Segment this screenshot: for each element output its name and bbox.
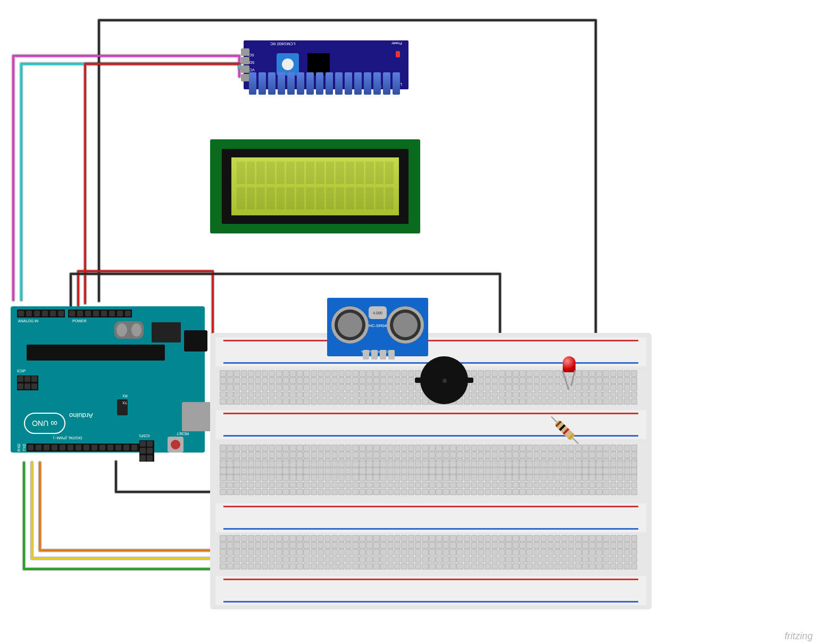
digital-label: DIGITAL (PWM~)	[53, 436, 82, 440]
crystal-label: 4.000	[369, 306, 387, 319]
model-badge: ∞ UNO	[24, 413, 65, 434]
lcd-row-1	[237, 187, 394, 210]
i2c-header-pins	[248, 72, 401, 95]
lcd-16x2	[210, 139, 420, 233]
sonar-pins[interactable]	[362, 350, 396, 359]
pin-power-label: Power	[391, 41, 402, 45]
model-label: UNO	[32, 419, 48, 428]
txd-label: TXD	[22, 444, 26, 451]
red-led	[561, 356, 578, 377]
fritzing-canvas: LCM1602 IIC GND VCC SDA SCL Power LED 1 …	[0, 0, 817, 644]
atmega-chip	[27, 345, 165, 361]
power-header[interactable]	[68, 310, 132, 317]
arduino-uno: ANALOG IN POWER DIGITAL (PWM~) ICSP ICSP…	[11, 306, 205, 453]
hc-sr04-sensor: 4.000 HC-SR04 VccTrigEchoGnd	[327, 298, 428, 356]
brand-label: Arduino	[69, 412, 93, 420]
tx-label: TX	[122, 401, 127, 405]
barrel-jack	[184, 330, 207, 352]
crystal-icon	[114, 321, 144, 339]
digital-header[interactable]	[27, 444, 154, 451]
terminal-strip-d[interactable]	[220, 535, 642, 572]
usb-port	[182, 402, 211, 431]
rx-label: RX	[122, 394, 128, 398]
icsp1-label: ICSP1	[139, 434, 149, 438]
regulator	[152, 322, 181, 342]
watermark: fritzing	[785, 631, 813, 642]
module-title: LCM1602 IIC	[270, 41, 295, 46]
led-dome-icon	[563, 356, 576, 372]
reset-label: RESET	[177, 432, 189, 436]
piezo-buzzer	[420, 356, 468, 404]
icsp-label: ICSP	[17, 369, 26, 373]
reset-button[interactable]	[168, 437, 184, 453]
rxd-label: RXD	[17, 444, 21, 451]
power-led-icon	[396, 51, 400, 57]
lcd-row-0	[237, 162, 394, 184]
analog-in-label: ANALOG IN	[18, 319, 38, 323]
icsp-header[interactable]	[17, 375, 38, 390]
icsp2-header[interactable]	[139, 440, 154, 462]
power-label: POWER	[72, 319, 86, 323]
lcd-screen	[231, 157, 399, 215]
i2c-lcd-backpack: LCM1602 IIC GND VCC SDA SCL Power LED 1 …	[244, 40, 408, 89]
power-rail-mid-top	[215, 410, 646, 439]
sonar-name: HC-SR04	[327, 323, 428, 328]
power-rail-bottom	[215, 576, 646, 605]
terminal-strip-c[interactable]	[220, 461, 642, 498]
analog-header[interactable]	[17, 310, 65, 317]
power-rail-mid-bot	[215, 503, 646, 532]
